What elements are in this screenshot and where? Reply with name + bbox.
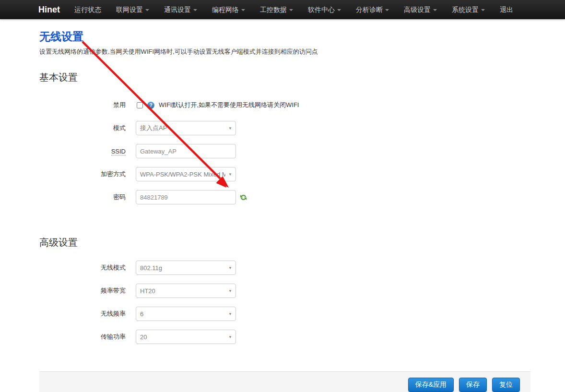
wireless-mode-select[interactable]: 802.11g ▼	[136, 261, 236, 275]
nav-item-label: 联网设置	[116, 6, 143, 13]
field-label-channel: 无线频率	[39, 309, 126, 318]
field-label-mode: 模式	[39, 124, 126, 132]
mode-select-value: 接入点AP	[140, 124, 225, 132]
nav-item-label: 通讯设置	[164, 6, 191, 13]
nav-item-label: 工控数据	[260, 6, 287, 13]
field-label-bandwidth: 频率带宽	[39, 286, 126, 295]
form-row-disable: 禁用 ? WIFI默认打开,如果不需要使用无线网络请关闭WIFI	[39, 98, 530, 112]
nav-item-label: 编程网络	[212, 6, 239, 13]
page-description: 设置无线网络的通信参数,当网关使用WIFI网络时,可以手动设置无线客户端模式并连…	[39, 48, 530, 56]
password-input[interactable]	[136, 190, 236, 204]
help-icon: ?	[147, 102, 154, 109]
nav-item-label: 退出	[500, 6, 513, 13]
nav-item-running-status[interactable]: 运行状态	[71, 0, 105, 19]
page-title: 无线设置	[39, 29, 530, 44]
form-row-wireless-mode: 无线模式 802.11g ▼	[39, 261, 530, 275]
nav-item-network-settings[interactable]: 联网设置	[112, 0, 153, 19]
chevron-down-icon	[289, 9, 293, 11]
nav-item-label: 运行状态	[74, 6, 101, 13]
channel-select[interactable]: 6 ▼	[136, 307, 236, 321]
chevron-down-icon	[241, 9, 245, 11]
chevron-down-icon	[193, 9, 197, 11]
refresh-password-icon[interactable]	[240, 194, 247, 201]
nav-item-label: 分析诊断	[356, 6, 383, 13]
disable-wifi-checkbox[interactable]	[137, 102, 143, 108]
encryption-select[interactable]: WPA-PSK/WPA2-PSK Mixed Mode ▼	[136, 167, 236, 181]
chevron-down-icon	[481, 9, 485, 11]
form-row-bandwidth: 频率带宽 HT20 ▼	[39, 284, 530, 298]
nav-item-label: 软件中心	[308, 6, 335, 13]
top-navbar: Hinet 运行状态 联网设置 通讯设置 编程网络 工控数据 软件中心 分析诊断…	[0, 0, 565, 19]
nav-item-label: 系统设置	[452, 6, 479, 13]
form-row-channel: 无线频率 6 ▼	[39, 307, 530, 321]
channel-select-value: 6	[140, 310, 225, 318]
chevron-down-icon: ▼	[228, 172, 232, 177]
chevron-down-icon	[433, 9, 437, 11]
actions-panel: 保存&应用 保存 复位	[39, 371, 530, 392]
nav-item-industrial-data[interactable]: 工控数据	[256, 0, 297, 19]
form-row-tx-power: 传输功率 20 ▼	[39, 330, 530, 344]
ssid-input[interactable]	[136, 144, 236, 158]
reset-button[interactable]: 复位	[492, 378, 520, 392]
mode-select[interactable]: 接入点AP ▼	[136, 121, 236, 135]
nav-item-analysis-diagnosis[interactable]: 分析诊断	[352, 0, 393, 19]
field-label-wireless-mode: 无线模式	[39, 263, 126, 272]
wireless-mode-select-value: 802.11g	[140, 264, 225, 272]
section-heading-basic: 基本设置	[39, 71, 530, 84]
disable-hint-text: WIFI默认打开,如果不需要使用无线网络请关闭WIFI	[159, 101, 299, 109]
chevron-down-icon: ▼	[228, 312, 232, 316]
nav-item-programming-network[interactable]: 编程网络	[208, 0, 249, 19]
ssid-label-text: SSID	[111, 148, 126, 155]
bandwidth-select[interactable]: HT20 ▼	[136, 284, 236, 298]
field-label-ssid: SSID	[39, 148, 126, 155]
bandwidth-select-value: HT20	[140, 287, 225, 295]
field-label-encryption: 加密方式	[39, 170, 126, 178]
section-heading-advanced: 高级设置	[39, 236, 530, 249]
nav-item-software-center[interactable]: 软件中心	[304, 0, 345, 19]
encryption-select-value: WPA-PSK/WPA2-PSK Mixed Mode	[140, 171, 225, 178]
field-label-tx-power: 传输功率	[39, 333, 126, 341]
chevron-down-icon	[337, 9, 341, 11]
chevron-down-icon: ▼	[228, 335, 232, 339]
save-button[interactable]: 保存	[459, 378, 487, 392]
main-content: 无线设置 设置无线网络的通信参数,当网关使用WIFI网络时,可以手动设置无线客户…	[0, 29, 565, 392]
form-row-mode: 模式 接入点AP ▼	[39, 121, 530, 135]
form-row-encryption: 加密方式 WPA-PSK/WPA2-PSK Mixed Mode ▼	[39, 167, 530, 181]
chevron-down-icon	[385, 9, 389, 11]
form-row-ssid: SSID	[39, 144, 530, 158]
chevron-down-icon	[145, 9, 149, 11]
tx-power-select-value: 20	[140, 333, 225, 341]
nav-item-label: 高级设置	[404, 6, 431, 13]
chevron-down-icon: ▼	[228, 266, 232, 270]
tx-power-select[interactable]: 20 ▼	[136, 330, 236, 344]
chevron-down-icon: ▼	[228, 126, 232, 131]
nav-item-system-settings[interactable]: 系统设置	[448, 0, 489, 19]
brand-logo[interactable]: Hinet	[38, 5, 60, 15]
nav-item-advanced-settings[interactable]: 高级设置	[400, 0, 441, 19]
save-apply-button[interactable]: 保存&应用	[408, 378, 454, 392]
nav-item-comm-settings[interactable]: 通讯设置	[160, 0, 201, 19]
nav-item-logout[interactable]: 退出	[496, 0, 517, 19]
field-label-password: 密码	[39, 193, 126, 202]
field-label-disable: 禁用	[39, 101, 126, 109]
form-row-password: 密码	[39, 190, 530, 204]
chevron-down-icon: ▼	[228, 289, 232, 293]
